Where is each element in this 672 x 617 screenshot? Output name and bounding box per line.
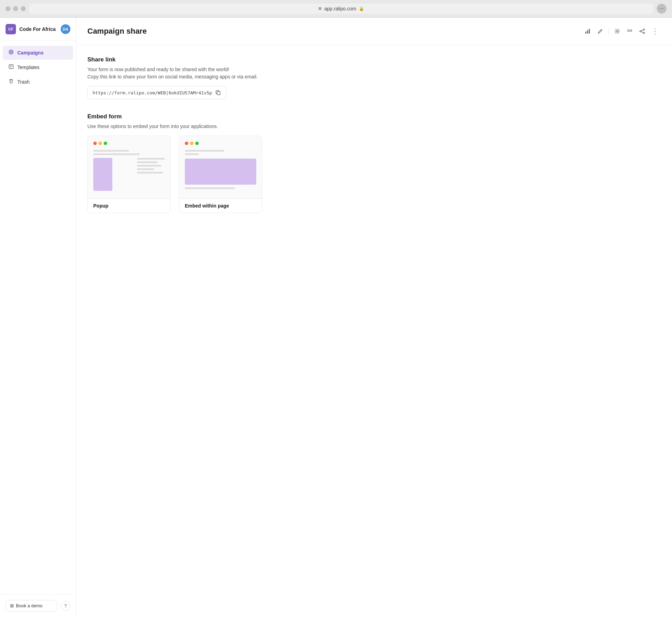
share-link-box: https://form.ralipo.com/WEB|6okdIU57AMr4… (87, 86, 226, 99)
browser-more-button[interactable]: ··· (657, 4, 666, 14)
popup-preview (88, 136, 170, 198)
book-demo-button[interactable]: ⊞ Book a demo (6, 600, 57, 611)
svg-rect-6 (587, 30, 588, 34)
org-name: Code For Africa (19, 26, 56, 32)
help-button[interactable]: ? (61, 601, 70, 611)
header-actions: ⋮ (582, 25, 661, 38)
org-avatar: CF (6, 24, 16, 34)
popup-label: Popup (88, 198, 170, 213)
trash-icon (8, 78, 14, 85)
embed-dots (185, 142, 256, 145)
svg-point-0 (9, 50, 13, 54)
svg-point-11 (643, 32, 645, 34)
address-bar[interactable]: ≡ app.ralipo.com 🔒 (29, 3, 653, 14)
sidebar: CF Code For Africa DA Campaigns (0, 18, 76, 617)
share-link-url: https://form.ralipo.com/WEB|6okdIU57AMr4… (93, 90, 212, 95)
traffic-lights (6, 6, 26, 11)
traffic-light-maximize[interactable] (21, 6, 26, 11)
traffic-light-close[interactable] (6, 6, 10, 11)
traffic-light-minimize[interactable] (13, 6, 18, 11)
main-header: Campaign share (76, 18, 672, 45)
svg-point-9 (643, 29, 645, 30)
more-actions-button[interactable]: ⋮ (649, 25, 661, 38)
svg-rect-5 (585, 32, 586, 34)
share-button[interactable] (637, 26, 648, 37)
user-avatar[interactable]: DA (61, 24, 70, 34)
sidebar-item-templates[interactable]: Templates (3, 60, 73, 74)
svg-rect-3 (10, 66, 12, 66)
dot-red-2 (185, 142, 188, 145)
share-link-button[interactable] (624, 26, 635, 37)
sidebar-item-campaigns[interactable]: Campaigns (3, 46, 73, 60)
dot-green (104, 142, 107, 145)
help-icon: ? (64, 603, 67, 609)
app-layout: CF Code For Africa DA Campaigns (0, 18, 672, 617)
embed-form-title: Embed form (87, 113, 661, 120)
dot-yellow (98, 142, 102, 145)
analytics-button[interactable] (582, 26, 593, 37)
svg-point-10 (640, 31, 641, 32)
svg-point-1 (10, 51, 12, 53)
sidebar-header: CF Code For Africa DA (0, 18, 76, 41)
dot-yellow-2 (190, 142, 193, 145)
campaigns-icon (8, 49, 14, 56)
svg-rect-7 (589, 29, 590, 34)
book-demo-label: Book a demo (16, 603, 43, 608)
main-content-area: Campaign share (76, 18, 672, 617)
templates-label: Templates (17, 65, 40, 70)
sidebar-item-trash[interactable]: Trash (3, 75, 73, 89)
svg-rect-12 (217, 92, 220, 95)
dot-green-2 (195, 142, 199, 145)
header-divider (609, 28, 609, 35)
address-text: app.ralipo.com (324, 6, 356, 11)
main-content: Share link Your form is now published an… (76, 45, 672, 238)
page-title: Campaign share (87, 27, 147, 36)
settings-button[interactable] (612, 26, 623, 37)
ralipo-icon: ≡ (318, 6, 321, 12)
browser-chrome: ≡ app.ralipo.com 🔒 ··· (0, 0, 672, 18)
copy-link-button[interactable] (215, 90, 221, 95)
share-link-section: Share link Your form is now published an… (87, 56, 661, 99)
embed-cards: Popup (87, 136, 661, 213)
embed-form-description: Use these options to embed your form int… (87, 123, 661, 130)
templates-icon (8, 64, 14, 71)
trash-label: Trash (17, 79, 29, 85)
sidebar-nav: Campaigns Templates Tras (0, 41, 76, 594)
embed-preview (179, 136, 262, 198)
book-demo-icon: ⊞ (10, 603, 14, 608)
embed-page-label: Embed within page (179, 198, 262, 213)
embed-form-section: Embed form Use these options to embed yo… (87, 113, 661, 213)
popup-dots (93, 142, 165, 145)
dot-red (93, 142, 97, 145)
svg-rect-4 (10, 67, 11, 67)
edit-button[interactable] (595, 26, 606, 37)
sidebar-footer: ⊞ Book a demo ? (0, 594, 76, 617)
org-info: CF Code For Africa (6, 24, 56, 34)
embed-page-card[interactable]: Embed within page (179, 136, 262, 213)
lock-icon: 🔒 (359, 6, 364, 11)
popup-embed-card[interactable]: Popup (87, 136, 171, 213)
share-link-title: Share link (87, 56, 661, 63)
share-link-description: Your form is now published and ready to … (87, 66, 661, 81)
campaigns-label: Campaigns (17, 50, 43, 56)
svg-point-8 (617, 31, 618, 32)
